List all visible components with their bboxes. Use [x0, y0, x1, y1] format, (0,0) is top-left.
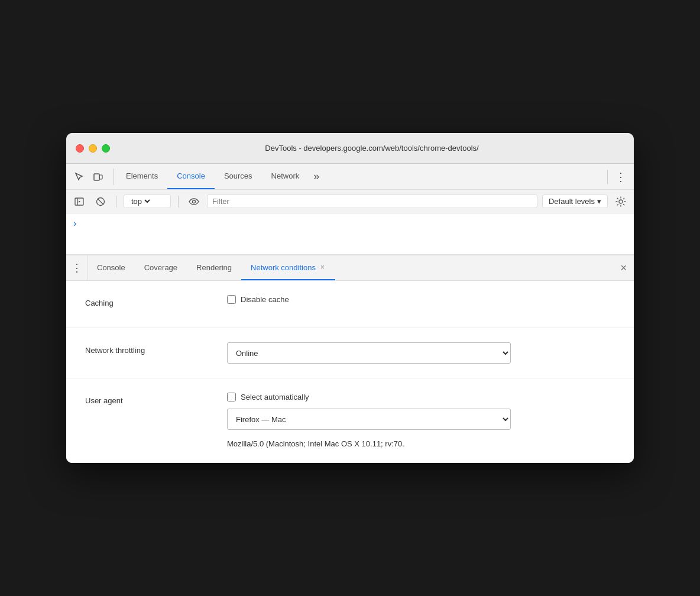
- toolbar-divider-2: [178, 196, 179, 208]
- minimize-button[interactable]: [89, 144, 97, 153]
- device-toolbar-icon[interactable]: [90, 169, 106, 185]
- network-throttling-select[interactable]: Online Fast 3G Slow 3G Offline: [227, 342, 511, 364]
- ua-string: Mozilla/5.0 (Macintosh; Intel Mac OS X 1…: [227, 437, 511, 448]
- svg-line-6: [98, 199, 103, 205]
- disable-cache-label[interactable]: Disable cache: [241, 295, 289, 304]
- network-throttling-control: Online Fast 3G Slow 3G Offline: [227, 342, 615, 364]
- default-levels-button[interactable]: Default levels ▾: [542, 195, 608, 208]
- tab-network[interactable]: Network: [262, 164, 309, 189]
- settings-icon[interactable]: [612, 193, 629, 210]
- title-bar: DevTools - developers.google.com/web/too…: [66, 133, 634, 164]
- maximize-button[interactable]: [102, 144, 110, 153]
- user-agent-control: Select automatically Firefox — Mac Chrom…: [227, 393, 615, 448]
- network-conditions-tab-close[interactable]: ×: [319, 263, 326, 272]
- filter-input[interactable]: [207, 195, 537, 208]
- devtools-menu-icon[interactable]: ⋮: [612, 169, 629, 185]
- svg-point-7: [193, 200, 196, 203]
- disable-cache-checkbox[interactable]: [227, 295, 236, 304]
- select-automatically-label[interactable]: Select automatically: [241, 393, 309, 401]
- default-levels-arrow: ▾: [597, 197, 601, 206]
- more-tabs-button[interactable]: »: [309, 164, 324, 189]
- devtools-toolbar: Elements Console Sources Network » ⋮: [66, 164, 634, 190]
- toolbar-icons: [71, 169, 114, 185]
- svg-marker-4: [79, 200, 80, 203]
- svg-point-8: [619, 200, 623, 203]
- select-element-icon[interactable]: [71, 169, 88, 185]
- browser-select[interactable]: Firefox — Mac Chrome — Mac Safari — Mac …: [227, 409, 511, 430]
- user-agent-section: User agent Select automatically Firefox …: [66, 378, 634, 463]
- select-automatically-checkbox[interactable]: [227, 393, 236, 401]
- context-selector[interactable]: top: [124, 195, 171, 208]
- tab-bottom-coverage[interactable]: Coverage: [135, 255, 187, 280]
- console-output-area: ›: [66, 213, 634, 255]
- bottom-tab-bar: ⋮ Console Coverage Rendering Network con…: [66, 255, 634, 281]
- bottom-panel-menu-icon[interactable]: ⋮: [66, 255, 88, 280]
- tab-elements[interactable]: Elements: [116, 164, 167, 189]
- close-bottom-panel-icon[interactable]: ×: [613, 255, 634, 280]
- tab-console[interactable]: Console: [167, 164, 215, 189]
- network-throttling-label: Network throttling: [85, 342, 227, 355]
- window-title: DevTools - developers.google.com/web/too…: [119, 144, 624, 153]
- svg-rect-0: [94, 174, 99, 180]
- context-select[interactable]: top: [129, 196, 152, 206]
- caching-label: Caching: [85, 295, 227, 307]
- bottom-tabs-list: Console Coverage Rendering Network condi…: [88, 255, 613, 280]
- tab-bottom-network-conditions[interactable]: Network conditions ×: [241, 255, 335, 280]
- tab-sources[interactable]: Sources: [215, 164, 262, 189]
- select-automatically-row: Select automatically: [227, 393, 615, 401]
- main-tab-list: Elements Console Sources Network »: [116, 164, 602, 189]
- toolbar-right: ⋮: [602, 169, 629, 185]
- close-button[interactable]: [76, 144, 84, 153]
- tab-bottom-rendering[interactable]: Rendering: [187, 255, 241, 280]
- network-throttling-section: Network throttling Online Fast 3G Slow 3…: [66, 328, 634, 378]
- clear-console-icon[interactable]: [92, 193, 109, 210]
- devtools-window: DevTools - developers.google.com/web/too…: [66, 133, 634, 463]
- console-caret[interactable]: ›: [73, 218, 76, 228]
- traffic-lights: [76, 144, 110, 153]
- show-sidebar-icon[interactable]: [71, 193, 88, 210]
- console-toolbar: top Default levels ▾: [66, 190, 634, 213]
- network-conditions-panel: Caching Disable cache Network throttling…: [66, 281, 634, 463]
- tab-bottom-console[interactable]: Console: [88, 255, 135, 280]
- caching-section: Caching Disable cache: [66, 281, 634, 328]
- eye-icon[interactable]: [186, 193, 202, 210]
- toolbar-divider: [116, 196, 116, 208]
- caching-control: Disable cache: [227, 295, 615, 304]
- disable-cache-row: Disable cache: [227, 295, 615, 304]
- user-agent-label: User agent: [85, 393, 227, 405]
